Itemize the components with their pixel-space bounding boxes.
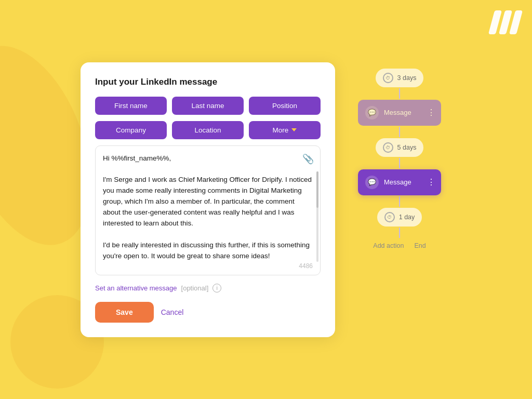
- save-button[interactable]: Save: [95, 302, 154, 323]
- card-title: Input your LinkedIn message: [95, 77, 321, 87]
- tag-btn-company[interactable]: Company: [95, 121, 167, 139]
- connector-4: [399, 196, 400, 207]
- tag-btn-first-name[interactable]: First name: [95, 97, 167, 115]
- message-area-wrapper: 📎 4486: [95, 145, 321, 275]
- message-node-1[interactable]: 💬 Message ⋮: [358, 100, 441, 126]
- chevron-down-icon: [291, 128, 297, 131]
- scroll-thumb: [316, 171, 318, 207]
- delay-icon-3: ⏱: [384, 212, 395, 222]
- message-node-icon-1: 💬: [365, 106, 379, 119]
- tag-btn-last-name[interactable]: Last name: [172, 97, 244, 115]
- info-icon[interactable]: i: [212, 284, 221, 292]
- delay-node-2: ⏱ 5 days: [376, 138, 424, 157]
- delay-label-3: 1 day: [399, 214, 415, 221]
- message-textarea[interactable]: [103, 153, 313, 268]
- char-count: 4486: [299, 262, 313, 270]
- main-wrapper: Input your LinkedIn message First name L…: [81, 62, 451, 337]
- bottom-actions-row: Add action End: [373, 242, 425, 249]
- delay-label-1: 3 days: [397, 74, 417, 82]
- left-card: Input your LinkedIn message First name L…: [81, 62, 335, 337]
- tag-btn-more[interactable]: More: [249, 121, 321, 139]
- delay-node-1: ⏱ 3 days: [376, 69, 424, 87]
- end-button[interactable]: End: [414, 242, 425, 249]
- scroll-bar[interactable]: [316, 171, 318, 262]
- connector-5: [399, 228, 400, 238]
- connector-2: [399, 127, 400, 137]
- cancel-button[interactable]: Cancel: [161, 308, 184, 316]
- tag-btn-location[interactable]: Location: [172, 121, 244, 139]
- message-node-label-2: Message: [384, 178, 411, 186]
- optional-text: [optional]: [181, 284, 209, 292]
- message-node-dots-1[interactable]: ⋮: [427, 108, 436, 117]
- delay-icon-2: ⏱: [383, 142, 393, 153]
- delay-label-2: 5 days: [397, 144, 417, 151]
- delay-node-3: ⏱ 1 day: [377, 208, 422, 227]
- message-node-2[interactable]: 💬 Message ⋮: [358, 169, 441, 195]
- attachment-icon[interactable]: 📎: [302, 153, 314, 165]
- connector-3: [399, 158, 400, 168]
- tag-buttons-row-2: Company Location More: [95, 121, 321, 139]
- logo: [491, 10, 520, 34]
- right-panel: ⏱ 3 days 💬 Message ⋮ ⏱ 5 days 💬 Message …: [348, 62, 451, 249]
- alt-message-link[interactable]: Set an alternative message: [95, 284, 177, 292]
- message-node-icon-2: 💬: [365, 176, 379, 189]
- alt-message-row: Set an alternative message [optional] i: [95, 284, 321, 292]
- add-action-button[interactable]: Add action: [373, 242, 404, 249]
- action-buttons-row: Save Cancel: [95, 302, 321, 323]
- tag-buttons-row-1: First name Last name Position: [95, 97, 321, 115]
- message-node-dots-2[interactable]: ⋮: [427, 177, 436, 187]
- message-node-label-1: Message: [384, 109, 411, 116]
- delay-icon-1: ⏱: [383, 73, 393, 83]
- connector-1: [399, 88, 400, 99]
- tag-btn-position[interactable]: Position: [249, 97, 321, 115]
